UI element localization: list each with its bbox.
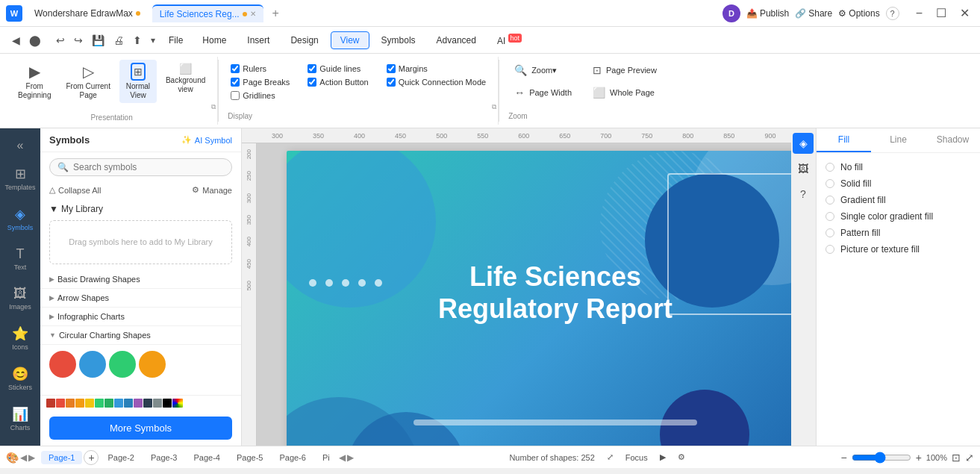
no-fill-option[interactable]: No fill — [825, 162, 971, 172]
help-icon-btn[interactable]: ? — [793, 184, 814, 205]
single-color-gradient-radio[interactable] — [825, 212, 834, 221]
shape-preview-red[interactable] — [49, 351, 76, 378]
sidebar-item-images[interactable]: 🖼 Images — [2, 280, 38, 316]
tab-lifesciences[interactable]: Life Sciences Reg... ✕ — [152, 4, 263, 22]
pattern-fill-option[interactable]: Pattern fill — [825, 228, 971, 238]
single-color-gradient-option[interactable]: Single color gradient fill — [825, 211, 971, 222]
fill-icon-btn[interactable]: ◈ — [793, 133, 814, 154]
undo-btn[interactable]: ↩ — [53, 33, 68, 48]
color-swatch[interactable] — [114, 399, 123, 408]
solid-fill-radio[interactable] — [825, 179, 834, 188]
display-expand[interactable]: ⧉ — [492, 103, 496, 111]
sidebar-item-stickers[interactable]: 😊 Stickers — [2, 360, 38, 397]
menu-home[interactable]: Home — [193, 32, 235, 49]
page-tab-3[interactable]: Page-3 — [143, 451, 184, 464]
help-button[interactable]: ? — [886, 7, 899, 20]
page-tab-4[interactable]: Page-4 — [186, 451, 227, 464]
color-swatch[interactable] — [124, 399, 133, 408]
search-input[interactable] — [73, 162, 224, 172]
sidebar-item-text[interactable]: T Text — [2, 240, 38, 277]
fit-to-page-btn[interactable]: ⤢ — [607, 452, 614, 462]
shape-preview-blue[interactable] — [79, 351, 106, 378]
more-symbols-btn[interactable]: More Symbols — [49, 417, 232, 440]
color-swatch[interactable] — [75, 399, 84, 408]
page-nav-prev[interactable]: ◀ — [20, 452, 27, 463]
page-prev-btn[interactable]: ◀ — [339, 452, 346, 463]
menu-file[interactable]: File — [161, 32, 190, 49]
fit-window-btn[interactable]: ⊡ — [952, 452, 961, 464]
redo-btn[interactable]: ↪ — [71, 33, 86, 48]
fullscreen-btn[interactable]: ⤢ — [965, 452, 974, 464]
guide-lines-checkbox[interactable] — [308, 64, 316, 73]
gridlines-checkbox[interactable] — [231, 91, 240, 100]
color-swatch[interactable] — [95, 399, 104, 408]
nav-forward-btn[interactable]: ⬤ — [26, 33, 44, 48]
tab-edrawmax[interactable]: Wondershare EdrawMax — [27, 5, 148, 22]
color-swatch[interactable] — [134, 399, 143, 408]
color-swatch[interactable] — [56, 399, 65, 408]
page-width-btn[interactable]: ↔ Page Width — [508, 84, 578, 102]
tab-close-btn[interactable]: ✕ — [250, 10, 256, 18]
options-button[interactable]: ⚙ Options — [838, 8, 879, 19]
picture-fill-option[interactable]: Picture or texture fill — [825, 244, 971, 255]
page-tab-6[interactable]: Page-6 — [272, 451, 313, 464]
collapse-all-btn[interactable]: △ Collapse All — [49, 185, 101, 195]
picture-fill-radio[interactable] — [825, 245, 834, 254]
tab-line[interactable]: Line — [871, 128, 926, 152]
page-breaks-checkbox[interactable] — [231, 78, 240, 87]
color-swatch[interactable] — [163, 399, 172, 408]
manage-btn[interactable]: ⚙ Manage — [192, 185, 232, 195]
play-btn[interactable]: ▶ — [660, 452, 666, 462]
page-preview-btn[interactable]: ⊡ Page Preview — [587, 61, 663, 79]
image-icon-btn[interactable]: 🖼 — [793, 158, 814, 179]
color-swatch[interactable] — [66, 399, 75, 408]
background-view-btn[interactable]: ⬜ Background view — [160, 60, 211, 97]
whole-page-btn[interactable]: ⬜ Whole Page — [587, 84, 663, 102]
sidebar-collapse-btn[interactable]: « — [13, 134, 28, 157]
shape-preview-orange[interactable] — [139, 351, 166, 378]
category-circular[interactable]: ▼ Circular Charting Shapes — [40, 326, 241, 345]
page-nav-next[interactable]: ▶ — [28, 452, 35, 463]
tab-fill[interactable]: Fill — [817, 128, 871, 152]
color-swatch[interactable] — [153, 399, 162, 408]
shape-preview-green[interactable] — [109, 351, 136, 378]
action-button-checkbox-row[interactable]: Action Button — [308, 78, 368, 87]
action-button-checkbox[interactable] — [308, 78, 316, 87]
from-beginning-btn[interactable]: ▶ From Beginning — [12, 60, 57, 103]
canvas-slide[interactable]: Life Sciences Regulatory Report Navigati… — [287, 151, 791, 446]
page-tab-5[interactable]: Page-5 — [229, 451, 270, 464]
zoom-slider[interactable] — [852, 452, 911, 464]
sidebar-item-templates[interactable]: ⊞ Templates — [2, 160, 38, 197]
canvas-scroll-area[interactable]: Life Sciences Regulatory Report Navigati… — [257, 143, 791, 446]
category-infographic[interactable]: ▶ Infographic Charts — [40, 308, 241, 326]
gridlines-checkbox-row[interactable]: Gridlines — [231, 91, 290, 100]
menu-insert[interactable]: Insert — [238, 32, 278, 49]
share-button[interactable]: 🔗 Share — [795, 8, 832, 19]
tab-shadow[interactable]: Shadow — [926, 128, 980, 152]
page-breaks-checkbox-row[interactable]: Page Breaks — [231, 78, 290, 87]
export-btn[interactable]: ⬆ — [130, 33, 145, 48]
maximize-button[interactable]: ☐ — [931, 4, 951, 22]
sidebar-item-icons[interactable]: ⭐ Icons — [2, 319, 38, 357]
print-btn[interactable]: 🖨 — [110, 33, 127, 48]
page-tab-pi[interactable]: Pi — [315, 451, 337, 464]
user-avatar[interactable]: D — [722, 4, 740, 22]
quick-connection-checkbox-row[interactable]: Quick Connection Mode — [387, 78, 486, 87]
pattern-fill-radio[interactable] — [825, 228, 834, 237]
nav-back-btn[interactable]: ◀ — [9, 33, 23, 48]
menu-ai[interactable]: AI hot — [488, 31, 531, 49]
menu-advanced[interactable]: Advanced — [428, 32, 485, 49]
settings-btn[interactable]: ⚙ — [678, 452, 685, 462]
ai-symbol-btn[interactable]: ✨ AI Symbol — [181, 135, 232, 145]
color-swatch[interactable] — [143, 399, 152, 408]
color-swatch[interactable] — [104, 399, 113, 408]
zoom-dropdown-btn[interactable]: 🔍 Zoom▾ — [508, 61, 578, 79]
color-swatch[interactable] — [85, 399, 94, 408]
solid-fill-option[interactable]: Solid fill — [825, 178, 971, 189]
menu-symbols[interactable]: Symbols — [372, 32, 425, 49]
zoom-out-btn[interactable]: − — [840, 452, 846, 464]
zoom-in-btn[interactable]: + — [916, 452, 922, 464]
presentation-expand[interactable]: ⧉ — [211, 103, 216, 111]
gradient-fill-radio[interactable] — [825, 196, 834, 205]
search-box[interactable]: 🔍 — [49, 158, 232, 176]
